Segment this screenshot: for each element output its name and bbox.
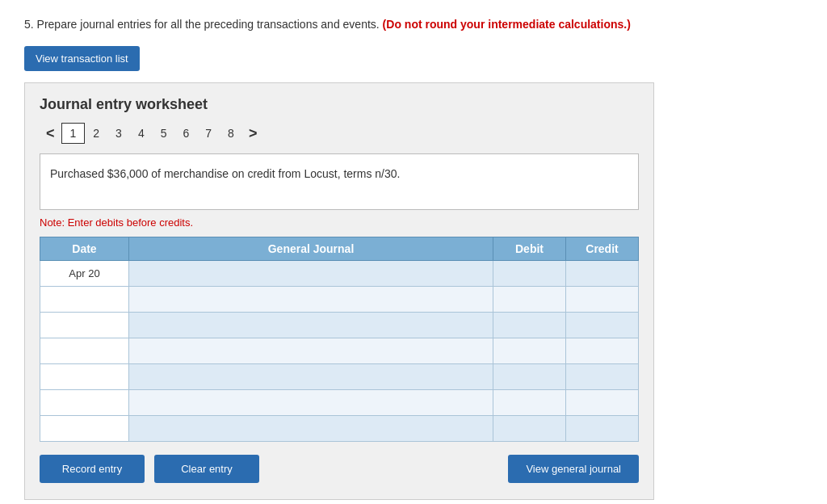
credit-cell[interactable] bbox=[566, 338, 639, 364]
table-row bbox=[40, 313, 639, 338]
pagination-item-2[interactable]: 2 bbox=[85, 124, 107, 143]
col-header-journal: General Journal bbox=[129, 237, 493, 261]
debit-input[interactable] bbox=[493, 338, 565, 363]
pagination-item-4[interactable]: 4 bbox=[130, 124, 153, 143]
note-text: Note: Enter debits before credits. bbox=[40, 216, 639, 229]
date-cell bbox=[40, 390, 129, 416]
date-cell bbox=[40, 364, 129, 390]
journal-input[interactable] bbox=[129, 390, 493, 415]
credit-input[interactable] bbox=[566, 313, 638, 338]
debit-input[interactable] bbox=[493, 313, 565, 338]
journal-cell[interactable] bbox=[129, 313, 493, 338]
journal-cell[interactable] bbox=[129, 364, 493, 390]
col-header-credit: Credit bbox=[566, 237, 639, 261]
journal-cell[interactable] bbox=[129, 287, 493, 313]
debit-cell[interactable] bbox=[493, 364, 566, 390]
table-row bbox=[40, 390, 639, 416]
debit-cell[interactable] bbox=[493, 261, 566, 287]
date-cell bbox=[40, 287, 129, 313]
bottom-buttons: Record entry Clear entry View general jo… bbox=[40, 455, 639, 483]
debit-input[interactable] bbox=[493, 390, 565, 415]
pagination-item-3[interactable]: 3 bbox=[107, 124, 130, 143]
debit-input[interactable] bbox=[493, 261, 565, 286]
pagination-next[interactable]: > bbox=[242, 124, 264, 144]
table-row bbox=[40, 338, 639, 364]
col-header-date: Date bbox=[40, 237, 129, 261]
record-entry-button[interactable]: Record entry bbox=[40, 455, 145, 483]
credit-cell[interactable] bbox=[566, 364, 639, 390]
debit-cell[interactable] bbox=[493, 287, 566, 313]
journal-input[interactable] bbox=[129, 416, 493, 441]
journal-cell[interactable] bbox=[129, 338, 493, 364]
credit-input[interactable] bbox=[566, 287, 638, 312]
pagination-item-5[interactable]: 5 bbox=[153, 124, 175, 143]
date-cell bbox=[40, 416, 129, 442]
pagination-item-7[interactable]: 7 bbox=[197, 124, 220, 143]
credit-cell[interactable] bbox=[566, 390, 639, 416]
question-text: 5. Prepare journal entries for all the p… bbox=[24, 16, 803, 33]
journal-cell[interactable] bbox=[129, 390, 493, 416]
journal-input[interactable] bbox=[129, 364, 493, 389]
pagination-item-8[interactable]: 8 bbox=[220, 124, 242, 143]
credit-input[interactable] bbox=[566, 390, 638, 415]
credit-cell[interactable] bbox=[566, 261, 639, 287]
pagination-item-1[interactable]: 1 bbox=[61, 123, 86, 144]
transaction-description: Purchased $36,000 of merchandise on cred… bbox=[40, 153, 639, 210]
debit-cell[interactable] bbox=[493, 390, 566, 416]
credit-input[interactable] bbox=[566, 364, 638, 389]
question-number: 5. bbox=[24, 18, 34, 31]
col-header-debit: Debit bbox=[493, 237, 566, 261]
clear-entry-button[interactable]: Clear entry bbox=[154, 455, 259, 483]
question-body: Prepare journal entries for all the prec… bbox=[37, 18, 383, 31]
date-cell bbox=[40, 338, 129, 364]
credit-input[interactable] bbox=[566, 261, 638, 286]
view-general-journal-button[interactable]: View general journal bbox=[508, 455, 639, 483]
credit-cell[interactable] bbox=[566, 313, 639, 338]
journal-input[interactable] bbox=[129, 313, 493, 338]
credit-cell[interactable] bbox=[566, 416, 639, 442]
journal-input[interactable] bbox=[129, 261, 493, 286]
debit-cell[interactable] bbox=[493, 416, 566, 442]
debit-input[interactable] bbox=[493, 364, 565, 389]
debit-cell[interactable] bbox=[493, 338, 566, 364]
journal-input[interactable] bbox=[129, 287, 493, 312]
journal-cell[interactable] bbox=[129, 416, 493, 442]
credit-cell[interactable] bbox=[566, 287, 639, 313]
debit-cell[interactable] bbox=[493, 313, 566, 338]
debit-input[interactable] bbox=[493, 287, 565, 312]
debit-input[interactable] bbox=[493, 416, 565, 441]
pagination-item-6[interactable]: 6 bbox=[175, 124, 198, 143]
question-warning: (Do not round your intermediate calculat… bbox=[383, 18, 631, 31]
table-row: Apr 20 bbox=[40, 261, 639, 287]
table-row bbox=[40, 416, 639, 442]
journal-input[interactable] bbox=[129, 338, 493, 363]
date-cell bbox=[40, 313, 129, 338]
pagination: < 1 2 3 4 5 6 7 8 > bbox=[40, 123, 639, 144]
date-cell: Apr 20 bbox=[40, 261, 129, 287]
credit-input[interactable] bbox=[566, 416, 638, 441]
worksheet-container: Journal entry worksheet < 1 2 3 4 5 6 7 … bbox=[24, 82, 654, 500]
credit-input[interactable] bbox=[566, 338, 638, 363]
table-row bbox=[40, 364, 639, 390]
table-row bbox=[40, 287, 639, 313]
worksheet-title: Journal entry worksheet bbox=[40, 96, 639, 113]
view-transaction-button[interactable]: View transaction list bbox=[24, 46, 140, 71]
journal-cell[interactable] bbox=[129, 261, 493, 287]
journal-table: Date General Journal Debit Credit Apr 20 bbox=[40, 237, 639, 442]
pagination-prev[interactable]: < bbox=[40, 124, 61, 144]
